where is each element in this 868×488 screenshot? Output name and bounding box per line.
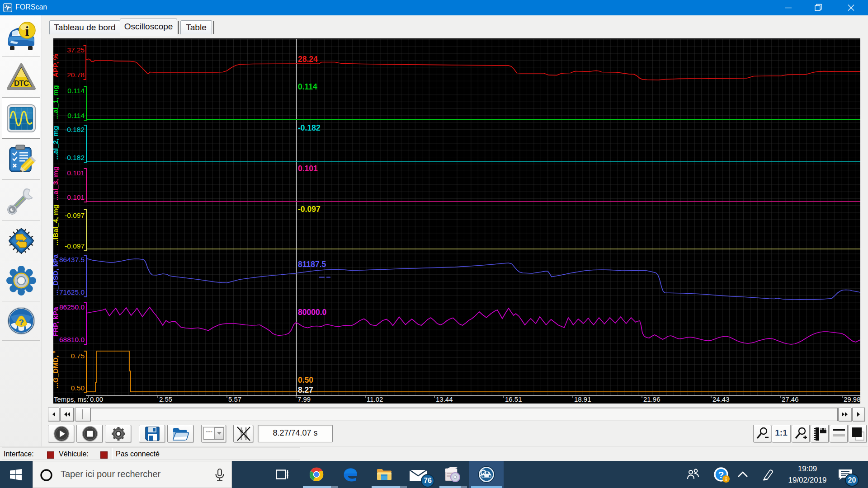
svg-text:0.101: 0.101 bbox=[67, 193, 85, 201]
svg-text:?: ? bbox=[19, 318, 24, 327]
svg-text:0.50: 0.50 bbox=[298, 375, 313, 385]
svg-text:0.114: 0.114 bbox=[298, 82, 317, 91]
svg-text:29.98: 29.98 bbox=[844, 395, 860, 403]
svg-text:-0.182: -0.182 bbox=[65, 126, 85, 133]
svg-text:FRP, kPa: FRP, kPa bbox=[53, 307, 59, 337]
svg-text:5.57: 5.57 bbox=[228, 395, 241, 403]
svg-text:0.101: 0.101 bbox=[67, 169, 85, 177]
svg-text:81187.5: 81187.5 bbox=[298, 260, 326, 269]
svg-text:...al_2, mg: ...al_2, mg bbox=[53, 126, 59, 160]
svg-text:0.101: 0.101 bbox=[298, 164, 318, 173]
svg-text:86437.5: 86437.5 bbox=[59, 256, 85, 263]
svg-text:0.114: 0.114 bbox=[67, 112, 85, 119]
svg-text:-0.097: -0.097 bbox=[65, 242, 85, 250]
svg-text:..._DSD, kPa: ..._DSD, kPa bbox=[53, 254, 59, 295]
svg-text:71625.0: 71625.0 bbox=[59, 288, 85, 296]
svg-text:Temps, ms:: Temps, ms: bbox=[54, 395, 89, 403]
svg-text:APP, %: APP, % bbox=[53, 54, 59, 77]
svg-text:0.50: 0.50 bbox=[71, 384, 85, 392]
svg-text:16.51: 16.51 bbox=[505, 395, 522, 403]
svg-text:-0.097: -0.097 bbox=[65, 211, 85, 219]
svg-text:-0.182: -0.182 bbox=[65, 154, 85, 161]
svg-text:24.43: 24.43 bbox=[712, 395, 730, 403]
svg-text:18.91: 18.91 bbox=[574, 395, 591, 403]
svg-text:0.00: 0.00 bbox=[90, 395, 103, 403]
svg-text:37.25: 37.25 bbox=[67, 46, 85, 54]
svg-text:8.27: 8.27 bbox=[298, 385, 313, 394]
svg-text:i: i bbox=[725, 476, 727, 483]
svg-text:11.02: 11.02 bbox=[367, 395, 383, 403]
svg-text:13.44: 13.44 bbox=[436, 395, 453, 403]
svg-text:DTC: DTC bbox=[14, 79, 29, 88]
svg-text:...lBal_4, mg: ...lBal_4, mg bbox=[53, 205, 59, 245]
svg-text:68810.0: 68810.0 bbox=[59, 336, 85, 343]
svg-text:...al_1, mg: ...al_1, mg bbox=[53, 85, 59, 119]
svg-text:27.46: 27.46 bbox=[782, 395, 799, 403]
svg-text:20.78: 20.78 bbox=[67, 71, 85, 79]
svg-text:0.75: 0.75 bbox=[71, 352, 85, 360]
svg-text:2.55: 2.55 bbox=[159, 395, 172, 403]
svg-text:-0.097: -0.097 bbox=[298, 205, 321, 214]
svg-text:86250.0: 86250.0 bbox=[59, 303, 85, 311]
svg-text:7.99: 7.99 bbox=[297, 395, 311, 403]
svg-text:...G_DMD, °: ...G_DMD, ° bbox=[53, 351, 59, 389]
svg-text:21.96: 21.96 bbox=[643, 395, 660, 403]
svg-text:80000.0: 80000.0 bbox=[298, 308, 327, 317]
svg-text:-0.182: -0.182 bbox=[298, 123, 321, 132]
svg-text:28.24: 28.24 bbox=[298, 55, 318, 64]
svg-text:...al_3, mg: ...al_3, mg bbox=[53, 167, 59, 201]
svg-text:0.114: 0.114 bbox=[67, 87, 85, 94]
